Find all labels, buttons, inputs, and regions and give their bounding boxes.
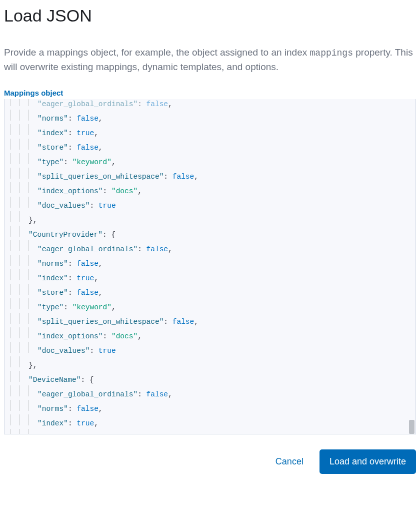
desc-lead: Provide a mappings object, for example, … bbox=[4, 47, 310, 58]
code-editor[interactable]: "eager_global_ordinals": false, "norms":… bbox=[4, 99, 416, 434]
dialog-description: Provide a mappings object, for example, … bbox=[4, 46, 416, 75]
load-overwrite-button[interactable]: Load and overwrite bbox=[320, 449, 416, 474]
scrollbar-thumb[interactable] bbox=[409, 420, 414, 434]
cancel-button[interactable]: Cancel bbox=[266, 449, 314, 474]
desc-code: mappings bbox=[310, 48, 353, 58]
dialog-footer: Cancel Load and overwrite bbox=[4, 449, 416, 474]
mappings-label: Mappings object bbox=[4, 89, 416, 97]
dialog-title: Load JSON bbox=[4, 6, 416, 26]
